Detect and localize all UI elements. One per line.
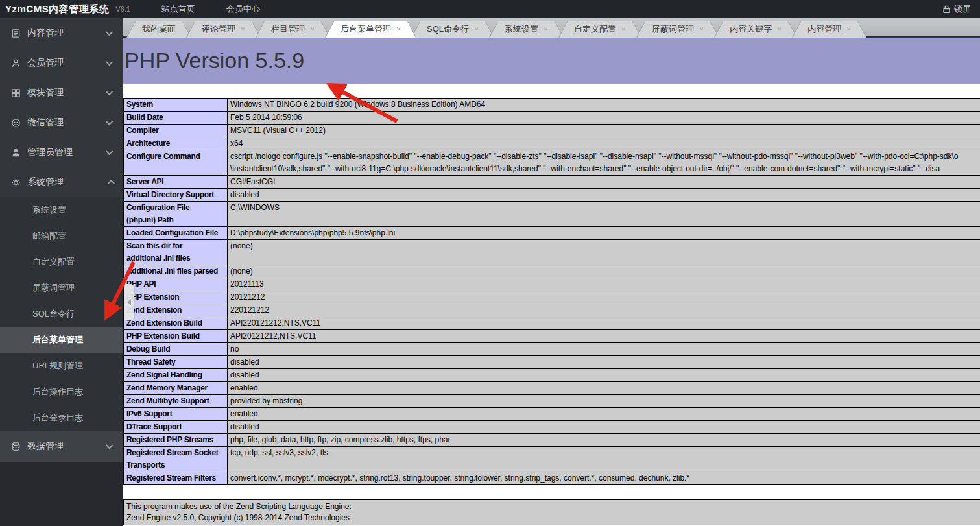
phpinfo-row-label: Build Date	[124, 112, 228, 125]
sidebar-item-member[interactable]: 会员管理	[0, 48, 123, 78]
tab[interactable]: 后台菜单管理 ×	[325, 21, 416, 38]
phpinfo-row-label: DTrace Support	[124, 421, 228, 434]
phpinfo-row-label: Compiler	[124, 125, 228, 137]
table-row: Configuration File (php.ini) Path C:\WIN…	[124, 202, 980, 227]
lock-screen-button[interactable]: 锁屏	[942, 3, 971, 15]
submenu-item-label: 系统设置	[32, 204, 66, 216]
tab-close-icon[interactable]: ×	[846, 25, 851, 34]
phpinfo-row-label: PHP Extension Build	[124, 330, 228, 343]
tab-close-icon[interactable]: ×	[241, 25, 245, 34]
sidebar-item-system[interactable]: 系统管理	[0, 167, 123, 197]
table-row: Build Date Feb 5 2014 10:59:06	[124, 112, 980, 125]
phpinfo-row-label: Zend Extension	[124, 304, 228, 317]
tab-label: 内容关键字	[730, 23, 772, 35]
submenu-item-label: SQL命令行	[32, 308, 75, 320]
table-row: Configure Command cscript /nologo config…	[124, 150, 980, 176]
content-area: 我的桌面 × 评论管理 × 栏目管理 × 后台菜单管理 ×	[123, 18, 980, 526]
phpinfo-row-value: enabled	[228, 408, 980, 421]
submenu-item-label: 后台操作日志	[32, 386, 83, 398]
table-row: Server API CGI/FastCGI	[124, 176, 980, 189]
tab[interactable]: 内容管理 ×	[792, 21, 866, 38]
tab[interactable]: 自定义配置 ×	[558, 21, 641, 38]
submenu-item[interactable]: 邮箱配置	[0, 223, 123, 249]
collapse-left-arrow-icon	[127, 299, 131, 305]
sidebar-item-module[interactable]: 模块管理	[0, 78, 123, 108]
member-icon	[11, 58, 21, 68]
submenu-item[interactable]: URL规则管理	[0, 353, 123, 379]
phpinfo-row-value: D:\phpstudy\Extensions\php\php5.5.9nts\p…	[228, 227, 980, 240]
submenu-item[interactable]: 自定义配置	[0, 249, 123, 275]
tab[interactable]: 栏目管理 ×	[256, 21, 330, 38]
phpinfo-row-value: (none)	[228, 265, 980, 278]
phpinfo-row-label: Debug Build	[124, 343, 228, 356]
sidebar-filler	[0, 462, 123, 526]
submenu-item[interactable]: 系统设置	[0, 197, 123, 223]
tab[interactable]: 屏蔽词管理 ×	[636, 21, 719, 38]
tab-close-icon[interactable]: ×	[310, 25, 315, 34]
tab-close-icon[interactable]: ×	[621, 25, 626, 34]
tab-label: SQL命令行	[427, 23, 469, 35]
phpinfo-title: PHP Version 5.5.9	[123, 38, 980, 84]
table-row: PHP API 20121113	[124, 278, 980, 291]
submenu-item[interactable]: 后台登录日志	[0, 405, 123, 431]
tab[interactable]: 评论管理 ×	[186, 21, 261, 38]
phpinfo-row-label: Registered PHP Streams	[124, 434, 228, 447]
tab-close-icon[interactable]: ×	[777, 25, 782, 34]
table-row: Compiler MSVC11 (Visual C++ 2012)	[124, 125, 980, 137]
table-row: Zend Multibyte Support provided by mbstr…	[124, 395, 980, 408]
tab[interactable]: 系统设置 ×	[489, 21, 564, 38]
table-row: Additional .ini files parsed (none)	[124, 265, 980, 278]
submenu-item-label: 自定义配置	[32, 256, 75, 268]
table-row: Loaded Configuration File D:\phpstudy\Ex…	[124, 227, 980, 240]
zend-line-1: This program makes use of the Zend Scrip…	[126, 501, 980, 512]
table-row: Registered Stream Socket Transports tcp,…	[124, 447, 980, 472]
tab[interactable]: 我的桌面 ×	[126, 21, 191, 38]
table-row: Architecture x64	[124, 137, 980, 150]
submenu-item[interactable]: 后台菜单管理	[0, 327, 123, 353]
tab[interactable]: SQL命令行 ×	[411, 21, 494, 38]
tab-close-icon[interactable]: ×	[474, 25, 479, 34]
tab-close-icon[interactable]: ×	[396, 25, 401, 34]
app-title: YzmCMS内容管理系统	[5, 3, 109, 16]
sidebar-collapse-handle[interactable]	[124, 284, 134, 320]
tab-close-icon[interactable]: ×	[699, 25, 704, 34]
phpinfo-row-label: Virtual Directory Support	[124, 189, 228, 202]
tab-label: 系统设置	[505, 23, 538, 35]
phpinfo-row-label: Registered Stream Socket Transports	[124, 447, 228, 472]
table-row: DTrace Support disabled	[124, 421, 980, 434]
topbar-link-member-center[interactable]: 会员中心	[226, 3, 260, 15]
module-icon	[11, 88, 21, 98]
submenu-item[interactable]: 后台操作日志	[0, 379, 123, 405]
table-row: Zend Signal Handling disabled	[124, 369, 980, 382]
sidebar-item-data[interactable]: 数据管理	[0, 431, 123, 462]
phpinfo-row-label: Zend Extension Build	[124, 317, 228, 330]
tab-close-icon[interactable]: ×	[544, 25, 548, 34]
phpinfo-row-label: IPv6 Support	[124, 408, 228, 421]
tab[interactable]: 内容关键字 ×	[714, 21, 797, 38]
phpinfo-row-label: Thread Safety	[124, 356, 228, 369]
top-bar: YzmCMS内容管理系统 V6.1 站点首页 会员中心 锁屏	[0, 0, 980, 18]
phpinfo-row-value: php, file, glob, data, http, ftp, zip, c…	[228, 434, 980, 447]
table-row: Thread Safety disabled	[124, 356, 980, 369]
tab-bar: 我的桌面 × 评论管理 × 栏目管理 × 后台菜单管理 ×	[123, 18, 980, 38]
zend-line-2: Zend Engine v2.5.0, Copyright (c) 1998-2…	[126, 512, 980, 523]
submenu-item[interactable]: SQL命令行	[0, 301, 123, 327]
submenu-item-label: 后台登录日志	[32, 412, 83, 424]
phpinfo-row-label: Scan this dir for additional .ini files	[124, 240, 228, 265]
phpinfo-row-value: tcp, udp, ssl, sslv3, sslv2, tls	[228, 447, 980, 472]
tab-label: 屏蔽词管理	[652, 23, 694, 35]
table-row: Zend Memory Manager enabled	[124, 382, 980, 395]
system-submenu: 系统设置 邮箱配置 自定义配置 屏蔽词管理 SQL命令行 后台菜单管理 UR	[0, 197, 123, 431]
submenu-item[interactable]: 屏蔽词管理	[0, 275, 123, 301]
sidebar-item-wechat[interactable]: 微信管理	[0, 108, 123, 137]
phpinfo-row-value: enabled	[228, 382, 980, 395]
phpinfo-row-label: Registered Stream Filters	[124, 472, 228, 485]
phpinfo-row-label: Zend Memory Manager	[124, 382, 228, 395]
sidebar-item-admin[interactable]: 管理员管理	[0, 137, 123, 167]
sidebar-item-content[interactable]: 内容管理	[0, 18, 123, 48]
table-row: Debug Build no	[124, 343, 980, 356]
zend-engine-box: This program makes use of the Zend Scrip…	[123, 499, 980, 525]
topbar-link-site-home[interactable]: 站点首页	[161, 3, 195, 15]
table-row: Virtual Directory Support disabled	[124, 189, 980, 202]
submenu-item-label: 邮箱配置	[32, 230, 66, 242]
